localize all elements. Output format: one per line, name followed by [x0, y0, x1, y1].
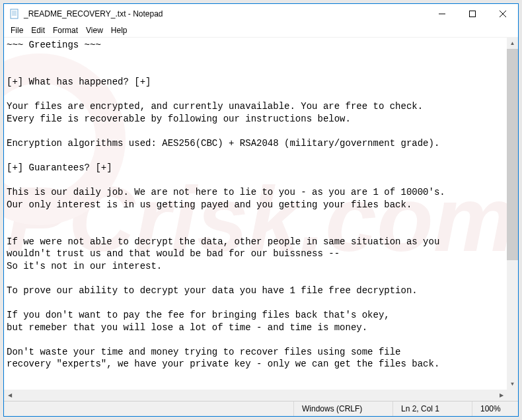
scroll-down-button[interactable]: ▼: [507, 378, 518, 390]
scroll-up-button[interactable]: ▲: [507, 38, 518, 49]
scroll-left-button[interactable]: ◀: [4, 390, 15, 401]
status-position: Ln 2, Col 1: [392, 402, 472, 416]
vertical-scroll-track[interactable]: [507, 260, 518, 378]
horizontal-scroll-track[interactable]: [15, 390, 496, 401]
menu-format[interactable]: Format: [49, 25, 82, 36]
maximize-button[interactable]: [457, 4, 488, 24]
horizontal-scrollbar[interactable]: ◀ ▶: [4, 390, 507, 401]
svg-rect-6: [470, 11, 476, 17]
vertical-scroll-thumb[interactable]: [507, 49, 518, 260]
content-wrap: PCrisk.com ~~~ Greetings ~~~ [+] What ha…: [4, 37, 518, 401]
menu-help[interactable]: Help: [107, 25, 131, 36]
scroll-corner: [507, 390, 518, 401]
notepad-window: _README_RECOVERY_.txt - Notepad File Edi…: [3, 3, 519, 417]
text-area[interactable]: PCrisk.com ~~~ Greetings ~~~ [+] What ha…: [4, 38, 518, 401]
close-button[interactable]: [488, 4, 518, 24]
statusbar: Windows (CRLF) Ln 2, Col 1 100%: [4, 401, 518, 416]
status-zoom: 100%: [472, 402, 518, 416]
window-controls: [427, 4, 518, 24]
scroll-right-button[interactable]: ▶: [496, 390, 507, 401]
window-title: _README_RECOVERY_.txt - Notepad: [24, 9, 427, 18]
menu-file[interactable]: File: [7, 25, 27, 36]
titlebar: _README_RECOVERY_.txt - Notepad: [4, 4, 518, 24]
menubar: File Edit Format View Help: [4, 24, 518, 37]
app-icon: [9, 9, 20, 19]
document-text[interactable]: ~~~ Greetings ~~~ [+] What has happened?…: [4, 38, 518, 372]
menu-edit[interactable]: Edit: [27, 25, 49, 36]
status-encoding: Windows (CRLF): [293, 402, 392, 416]
minimize-button[interactable]: [427, 4, 457, 24]
vertical-scrollbar[interactable]: ▲ ▼: [507, 38, 518, 390]
menu-view[interactable]: View: [82, 25, 107, 36]
